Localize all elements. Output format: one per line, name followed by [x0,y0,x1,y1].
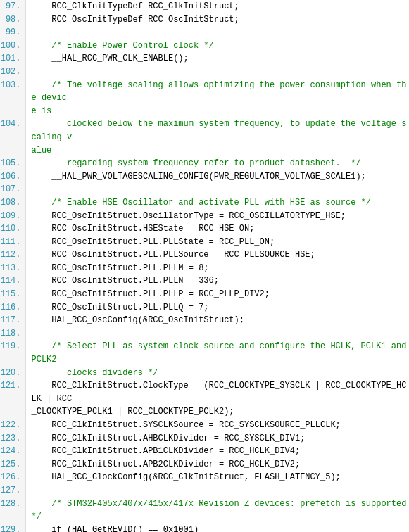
code-line: alue [25,144,409,158]
code-line: _CLOCKTYPE_PCLK1 | RCC_CLOCKTYPE_PCLK2); [25,405,409,419]
code-viewer: 97. RCC_ClkInitTypeDef RCC_ClkInitStruct… [0,0,409,532]
line-number: 122. [0,419,25,432]
line-number: 126. [0,471,25,484]
line-number [0,405,25,419]
line-number: 119. [0,340,25,366]
line-number: 97. [0,0,25,13]
code-line: /* Select PLL as system clock source and… [25,340,409,366]
line-number: 115. [0,288,25,301]
code-line [25,183,409,196]
line-number: 102. [0,65,25,79]
line-number: 112. [0,248,25,262]
line-number: 109. [0,210,25,223]
line-number: 127. [0,484,25,498]
code-line [25,484,409,498]
code-line: e is [25,105,409,118]
code-table: 97. RCC_ClkInitTypeDef RCC_ClkInitStruct… [0,0,409,532]
code-line [25,327,409,341]
code-line: /* The voltage scaling allows optimizing… [25,79,409,105]
code-line: RCC_OscInitStruct.PLL.PLLN = 336; [25,274,409,288]
line-number: 118. [0,327,25,341]
line-number: 105. [0,157,25,170]
line-number: 110. [0,222,25,236]
line-number: 114. [0,274,25,288]
code-line: /* STM32F405x/407x/415x/417x Revision Z … [25,498,409,524]
code-line: __HAL_PWR_VOLTAGESCALING_CONFIG(PWR_REGU… [25,170,409,184]
code-line: /* Enable HSE Oscillator and activate PL… [25,196,409,210]
code-line: RCC_ClkInitStruct.APB2CLKDivider = RCC_H… [25,458,409,471]
line-number: 107. [0,183,25,196]
line-number: 103. [0,79,25,105]
line-number: 98. [0,13,25,27]
code-line: RCC_OscInitStruct.PLL.PLLP = RCC_PLLP_DI… [25,288,409,301]
line-number: 123. [0,432,25,445]
line-number: 128. [0,498,25,524]
line-number: 101. [0,52,25,65]
line-number: 99. [0,26,25,39]
code-line [25,65,409,79]
code-line: regarding system frequency refer to prod… [25,157,409,170]
line-number: 129. [0,524,25,532]
code-line: __HAL_RCC_PWR_CLK_ENABLE(); [25,52,409,65]
code-line: RCC_ClkInitStruct.SYSCLKSource = RCC_SYS… [25,419,409,432]
line-number: 116. [0,301,25,315]
line-number: 120. [0,367,25,380]
code-line: clocks dividers */ [25,367,409,380]
code-line: RCC_OscInitStruct.PLL.PLLState = RCC_PLL… [25,236,409,249]
line-number: 121. [0,379,25,405]
line-number: 125. [0,458,25,471]
code-line: /* Enable Power Control clock */ [25,39,409,53]
code-line: RCC_OscInitStruct.PLL.PLLM = 8; [25,262,409,275]
code-line: RCC_OscInitStruct.PLL.PLLSource = RCC_PL… [25,248,409,262]
code-line: RCC_OscInitStruct.OscillatorType = RCC_O… [25,210,409,223]
code-line: clocked below the maximum system frequen… [25,118,409,144]
code-line: RCC_ClkInitTypeDef RCC_ClkInitStruct; [25,0,409,13]
line-number [0,144,25,158]
code-line [25,26,409,39]
line-number: 104. [0,118,25,144]
code-line: RCC_ClkInitStruct.AHBCLKDivider = RCC_SY… [25,432,409,445]
line-number: 117. [0,314,25,327]
line-number: 124. [0,445,25,458]
code-line: RCC_ClkInitStruct.APB1CLKDivider = RCC_H… [25,445,409,458]
line-number [0,105,25,118]
line-number: 108. [0,196,25,210]
line-number: 111. [0,236,25,249]
code-line: HAL_RCC_ClockConfig(&RCC_ClkInitStruct, … [25,471,409,484]
code-line: RCC_OscInitStruct.HSEState = RCC_HSE_ON; [25,222,409,236]
line-number: 113. [0,262,25,275]
code-line: RCC_OscInitTypeDef RCC_OscInitStruct; [25,13,409,27]
code-line: RCC_OscInitStruct.PLL.PLLQ = 7; [25,301,409,315]
code-line: RCC_ClkInitStruct.ClockType = (RCC_CLOCK… [25,379,409,405]
line-number: 100. [0,39,25,53]
code-line: if (HAL_GetREVID() == 0x1001) [25,524,409,532]
code-line: HAL_RCC_OscConfig(&RCC_OscInitStruct); [25,314,409,327]
line-number: 106. [0,170,25,184]
